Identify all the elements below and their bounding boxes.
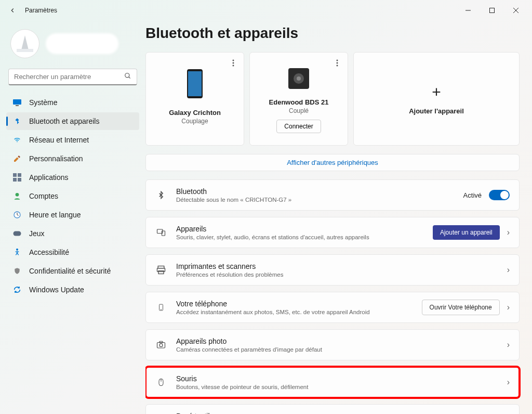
svg-rect-8: [13, 99, 21, 105]
profile-section[interactable]: [6, 25, 139, 67]
accessibility-icon: [12, 248, 22, 257]
svg-point-31: [297, 76, 301, 81]
plus-icon: +: [432, 83, 441, 101]
touchpad-row[interactable]: Pavé tactileAppuis, mouvements, défileme…: [145, 404, 520, 414]
device-status: Couplé: [289, 107, 309, 114]
toggle-state-label: Activé: [463, 191, 482, 199]
svg-rect-19: [14, 231, 21, 236]
bluetooth-icon: [155, 189, 167, 201]
bluetooth-toggle-row: Bluetooth Détectable sous le nom « CRICH…: [145, 179, 520, 211]
close-button[interactable]: [504, 2, 528, 19]
maximize-button[interactable]: [480, 2, 504, 19]
phone-icon: [155, 302, 167, 313]
setting-title: Appareils photo: [176, 337, 498, 345]
nav-accounts[interactable]: Comptes: [6, 187, 139, 205]
svg-point-27: [337, 62, 338, 64]
nav-privacy[interactable]: Confidentialité et sécurité: [6, 262, 139, 280]
mouse-row[interactable]: SourisBoutons, vitesse de pointeur de so…: [145, 367, 520, 398]
chevron-right-icon: ›: [507, 340, 510, 350]
device-more-button[interactable]: [331, 57, 343, 69]
svg-point-14: [16, 193, 19, 197]
svg-point-40: [159, 344, 163, 347]
bluetooth-toggle[interactable]: [489, 190, 510, 200]
nav-label: Confidentialité et sécurité: [29, 267, 111, 275]
show-more-devices[interactable]: Afficher d'autres périphériques: [145, 154, 520, 171]
nav-time-language[interactable]: Heure et langue: [6, 206, 139, 224]
nav-label: Accessibilité: [29, 248, 69, 256]
device-status: Couplage: [181, 118, 208, 125]
svg-point-21: [233, 60, 234, 61]
back-button[interactable]: [4, 2, 21, 19]
svg-rect-41: [159, 341, 163, 343]
speaker-icon: [283, 63, 314, 94]
setting-title: Pavé tactile: [176, 412, 498, 414]
nav-personalization[interactable]: Personnalisation: [6, 150, 139, 167]
nav-system[interactable]: Système: [6, 94, 139, 111]
nav-apps[interactable]: Applications: [6, 169, 139, 186]
nav-bluetooth[interactable]: Bluetooth et appareils: [6, 112, 139, 130]
main-content: Bluetooth et appareils Galaxy Crichton C…: [145, 21, 532, 414]
setting-subtitle: Caméras connectées et paramètres d'image…: [176, 346, 498, 353]
setting-title: Bluetooth: [176, 187, 454, 196]
chevron-right-icon: ›: [507, 265, 510, 275]
nav-label: Applications: [29, 173, 69, 182]
open-phone-button[interactable]: Ouvrir Votre téléphone: [422, 300, 500, 315]
setting-title: Appareils: [176, 225, 423, 233]
devices-row[interactable]: AppareilsSouris, clavier, stylet, audio,…: [145, 217, 520, 248]
accounts-icon: [12, 191, 22, 201]
printers-row[interactable]: Imprimantes et scannersPréférences et ré…: [145, 254, 520, 286]
svg-line-7: [129, 76, 130, 78]
device-cards-row: Galaxy Crichton Couplage Edenwood BDS 21…: [145, 52, 520, 146]
time-icon: [12, 210, 22, 219]
add-device-label: Ajouter l'appareil: [409, 107, 464, 115]
svg-point-26: [337, 60, 338, 61]
nav-label: Système: [29, 98, 57, 107]
sidebar: Système Bluetooth et appareils Réseau et…: [0, 21, 145, 414]
nav-network[interactable]: Réseau et Internet: [6, 131, 139, 149]
nav-label: Windows Update: [29, 286, 84, 294]
bluetooth-icon: [12, 117, 22, 126]
search-icon: [124, 72, 131, 82]
personalize-icon: [12, 154, 22, 163]
svg-rect-12: [13, 178, 17, 182]
svg-point-22: [233, 62, 234, 64]
svg-point-6: [125, 73, 129, 77]
svg-point-20: [16, 249, 18, 251]
svg-rect-9: [16, 105, 19, 106]
nav-gaming[interactable]: Jeux: [6, 225, 139, 242]
search-box[interactable]: [8, 69, 137, 85]
add-device-button[interactable]: Ajouter un appareil: [433, 225, 500, 240]
avatar: [10, 29, 39, 58]
svg-point-28: [337, 65, 338, 67]
setting-subtitle: Souris, clavier, stylet, audio, écrans e…: [176, 234, 423, 240]
add-device-card[interactable]: + Ajouter l'appareil: [353, 52, 520, 146]
svg-rect-25: [188, 71, 202, 96]
titlebar: Paramètres: [0, 0, 532, 21]
phone-row[interactable]: Votre téléphoneAccédez instantanément au…: [145, 292, 520, 323]
setting-subtitle: Accédez instantanément aux photos, SMS, …: [176, 309, 413, 315]
chevron-right-icon: ›: [507, 228, 510, 237]
search-input[interactable]: [14, 73, 124, 81]
connect-button[interactable]: Connecter: [276, 120, 321, 133]
svg-rect-5: [17, 49, 33, 52]
cameras-row[interactable]: Appareils photoCaméras connectées et par…: [145, 329, 520, 360]
svg-rect-1: [490, 8, 495, 13]
nav-accessibility[interactable]: Accessibilité: [6, 243, 139, 261]
device-more-button[interactable]: [227, 57, 240, 69]
svg-rect-10: [13, 173, 17, 177]
profile-name-redacted: [46, 33, 118, 54]
setting-title: Souris: [176, 374, 498, 383]
svg-rect-11: [18, 173, 21, 177]
device-name: Edenwood BDS 21: [269, 98, 329, 106]
nav-windows-update[interactable]: Windows Update: [6, 281, 139, 299]
minimize-button[interactable]: [456, 2, 480, 19]
device-card-speaker[interactable]: Edenwood BDS 21 Couplé Connecter: [249, 52, 348, 146]
setting-subtitle: Détectable sous le nom « CRICHTON-G7 »: [176, 197, 454, 203]
device-card-galaxy[interactable]: Galaxy Crichton Couplage: [145, 52, 244, 146]
svg-rect-13: [18, 178, 21, 182]
camera-icon: [155, 339, 167, 351]
svg-rect-36: [158, 271, 164, 274]
chevron-right-icon: ›: [507, 303, 510, 312]
nav-label: Jeux: [29, 229, 45, 238]
svg-point-23: [233, 65, 234, 67]
